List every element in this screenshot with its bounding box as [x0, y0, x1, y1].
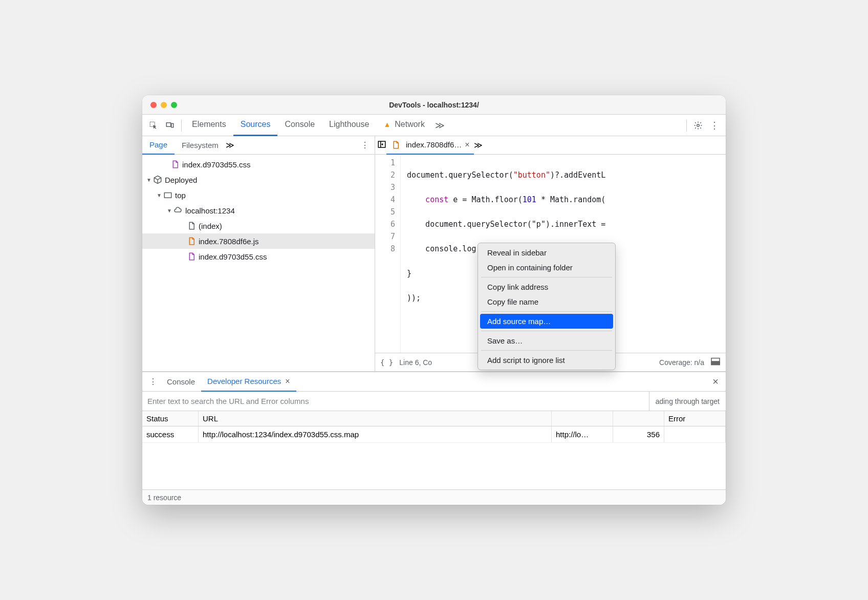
titlebar: DevTools - localhost:1234/ — [142, 95, 726, 115]
subtab-page[interactable]: Page — [142, 136, 175, 155]
warning-icon: ▲ — [383, 120, 390, 128]
line-number: 7 — [375, 230, 395, 243]
line-number: 6 — [375, 218, 395, 230]
close-tab-icon[interactable]: × — [465, 140, 469, 149]
tree-label: localhost:1234 — [185, 206, 235, 215]
window-title: DevTools - localhost:1234/ — [142, 101, 726, 109]
tree-label: index.d9703d55.css — [182, 160, 250, 169]
tab-network[interactable]: ▲ Network — [376, 115, 432, 136]
navigator-menu-icon[interactable]: ⋮ — [357, 140, 373, 150]
tab-sources[interactable]: Sources — [233, 115, 278, 136]
svg-point-3 — [697, 124, 700, 126]
expand-arrow-icon: ▼ — [166, 208, 173, 213]
tree-label: top — [175, 191, 186, 200]
tab-elements[interactable]: Elements — [185, 115, 233, 136]
resources-table: Status URL Error success http://localhos… — [142, 411, 726, 489]
search-input[interactable] — [142, 392, 649, 411]
editor-tabs: index.7808df6… × ≫ — [375, 136, 726, 155]
device-toolbar-icon[interactable] — [162, 117, 178, 134]
tree-host[interactable]: ▼ localhost:1234 — [142, 203, 375, 218]
more-subtabs-icon[interactable]: ≫ — [226, 140, 234, 150]
cell-error — [664, 426, 726, 442]
svg-rect-8 — [711, 361, 720, 365]
cell-initiator: http://lo… — [552, 426, 613, 442]
cell-status: success — [142, 426, 199, 442]
cell-size: 356 — [613, 426, 664, 442]
table-row[interactable]: success http://localhost:1234/index.d970… — [142, 426, 726, 443]
line-number: 8 — [375, 243, 395, 255]
tree-file-css[interactable]: index.d9703d55.css — [142, 157, 375, 172]
tree-label: index.7808df6e.js — [199, 237, 259, 246]
devtools-window: DevTools - localhost:1234/ Elements Sour… — [142, 95, 726, 505]
coverage-label: Coverage: n/a — [659, 358, 704, 367]
tree-deployed[interactable]: ▼ Deployed — [142, 172, 375, 187]
menu-open-folder[interactable]: Open in containing folder — [480, 260, 613, 275]
line-number: 2 — [375, 169, 395, 181]
navigator-pane: Page Filesystem ≫ ⋮ index.d9703d55.css — [142, 136, 375, 371]
settings-icon[interactable] — [690, 117, 706, 134]
expand-arrow-icon: ▼ — [145, 177, 153, 183]
menu-save-as[interactable]: Save as… — [480, 333, 613, 348]
menu-separator — [481, 311, 612, 312]
menu-copy-link[interactable]: Copy link address — [480, 280, 613, 294]
context-menu: Reveal in sidebar Open in containing fol… — [478, 243, 616, 370]
menu-add-ignore[interactable]: Add script to ignore list — [480, 353, 613, 368]
drawer: ⋮ Console Developer Resources × × ading … — [142, 372, 726, 505]
drawer-tabs: ⋮ Console Developer Resources × × — [142, 372, 726, 392]
close-drawer-tab-icon[interactable]: × — [285, 377, 290, 386]
toggle-debugger-icon[interactable] — [710, 357, 721, 367]
menu-add-source-map[interactable]: Add source map… — [480, 314, 613, 329]
close-drawer-icon[interactable]: × — [708, 376, 723, 388]
main-tabs: Elements Sources Console Lighthouse ▲ Ne… — [142, 115, 726, 136]
col-url[interactable]: URL — [199, 411, 552, 426]
tree-top[interactable]: ▼ top — [142, 187, 375, 203]
drawer-menu-icon[interactable]: ⋮ — [145, 377, 161, 387]
menu-separator — [481, 277, 612, 277]
line-number: 5 — [375, 206, 395, 218]
tab-console[interactable]: Console — [277, 115, 322, 136]
frame-icon — [163, 190, 173, 200]
tree-js-file[interactable]: index.7808df6e.js — [142, 233, 375, 249]
col-initiator[interactable] — [552, 411, 613, 426]
svg-rect-1 — [166, 122, 170, 126]
expand-arrow-icon: ▼ — [156, 192, 163, 198]
drawer-tab-label: Developer Resources — [207, 377, 281, 385]
workspace: Page Filesystem ≫ ⋮ index.d9703d55.css — [142, 136, 726, 505]
divider — [181, 119, 182, 132]
svg-rect-2 — [171, 123, 173, 127]
cloud-icon — [173, 206, 183, 215]
divider — [686, 119, 687, 132]
more-tabs-icon[interactable]: ≫ — [432, 117, 448, 134]
load-through-target-checkbox[interactable]: ading through target — [649, 392, 726, 411]
table-header: Status URL Error — [142, 411, 726, 426]
resources-footer: 1 resource — [142, 489, 726, 505]
more-editor-tabs-icon[interactable]: ≫ — [474, 140, 483, 150]
tab-network-label: Network — [395, 120, 425, 129]
top-panes: Page Filesystem ≫ ⋮ index.d9703d55.css — [142, 136, 726, 372]
toggle-navigator-icon[interactable] — [377, 140, 386, 151]
subtab-filesystem[interactable]: Filesystem — [175, 136, 226, 155]
line-number: 4 — [375, 194, 395, 206]
drawer-tab-console[interactable]: Console — [161, 372, 201, 392]
tree-css2[interactable]: index.d9703d55.css — [142, 249, 375, 264]
editor-file-tab[interactable]: index.7808df6… × — [386, 136, 474, 155]
drawer-tab-devres[interactable]: Developer Resources × — [201, 372, 296, 392]
line-number: 3 — [375, 181, 395, 194]
menu-reveal-sidebar[interactable]: Reveal in sidebar — [480, 245, 613, 260]
file-doc-icon — [186, 221, 197, 230]
menu-separator — [481, 331, 612, 331]
editor-tab-filename: index.7808df6… — [406, 140, 462, 149]
pretty-print-icon[interactable]: { } — [380, 358, 393, 367]
col-error[interactable]: Error — [664, 411, 726, 426]
line-gutter: 1 2 3 4 5 6 7 8 — [375, 155, 401, 353]
kebab-menu-icon[interactable]: ⋮ — [706, 117, 723, 134]
tab-lighthouse[interactable]: Lighthouse — [322, 115, 376, 136]
col-status[interactable]: Status — [142, 411, 199, 426]
inspect-element-icon[interactable] — [145, 117, 162, 134]
col-size[interactable] — [613, 411, 664, 426]
file-js-icon — [186, 237, 197, 246]
tree-label: index.d9703d55.css — [199, 252, 267, 261]
tree-index[interactable]: (index) — [142, 218, 375, 233]
cursor-position: Line 6, Co — [399, 358, 432, 367]
menu-copy-name[interactable]: Copy file name — [480, 294, 613, 309]
